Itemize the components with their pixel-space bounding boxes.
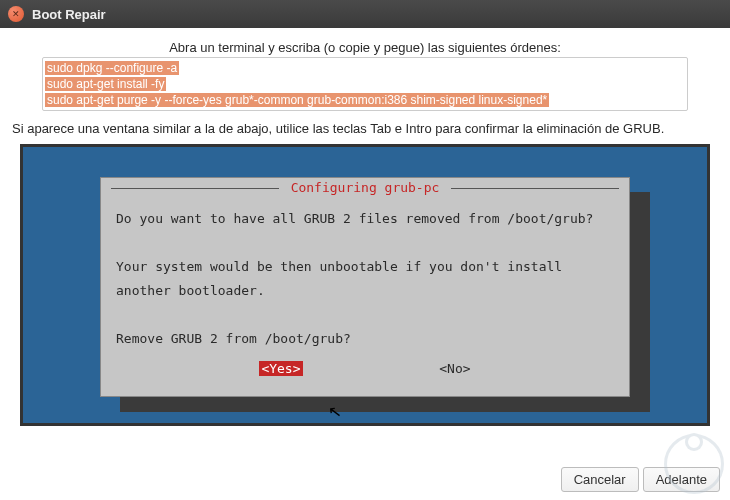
dialog-rule bbox=[451, 188, 619, 189]
cancel-button[interactable]: Cancelar bbox=[561, 467, 639, 492]
command-line: sudo dpkg --configure -a bbox=[45, 61, 179, 75]
dialog-line: Do you want to have all GRUB 2 files rem… bbox=[116, 211, 593, 226]
command-line: sudo apt-get install -fy bbox=[45, 77, 166, 91]
content-area: Abra un terminal y escriba (o copie y pe… bbox=[0, 28, 730, 434]
cursor-icon: ↖ bbox=[327, 401, 343, 422]
commands-box[interactable]: sudo dpkg --configure -a sudo apt-get in… bbox=[42, 57, 688, 111]
dialog-rule bbox=[111, 188, 279, 189]
tui-no-button[interactable]: <No> bbox=[439, 361, 470, 376]
close-icon[interactable]: ✕ bbox=[8, 6, 24, 22]
watermark-icon bbox=[664, 434, 724, 494]
tui-yes-button[interactable]: <Yes> bbox=[259, 361, 302, 376]
grub-dialog: Configuring grub-pc Do you want to have … bbox=[100, 177, 630, 397]
dialog-title: Configuring grub-pc bbox=[291, 180, 440, 195]
titlebar: ✕ Boot Repair bbox=[0, 0, 730, 28]
footer-buttons: Cancelar Adelante bbox=[0, 461, 730, 500]
command-line: sudo apt-get purge -y --force-yes grub*-… bbox=[45, 93, 549, 107]
terminal-screenshot: Configuring grub-pc Do you want to have … bbox=[20, 144, 710, 426]
instruction-heading: Abra un terminal y escriba (o copie y pe… bbox=[10, 40, 720, 55]
window-title: Boot Repair bbox=[32, 7, 106, 22]
dialog-line: Remove GRUB 2 from /boot/grub? bbox=[116, 331, 351, 346]
dialog-body: Do you want to have all GRUB 2 files rem… bbox=[101, 195, 629, 351]
dialog-line: Your system would be then unbootable if … bbox=[116, 259, 570, 298]
instruction-note: Si aparece una ventana similar a la de a… bbox=[12, 121, 718, 136]
